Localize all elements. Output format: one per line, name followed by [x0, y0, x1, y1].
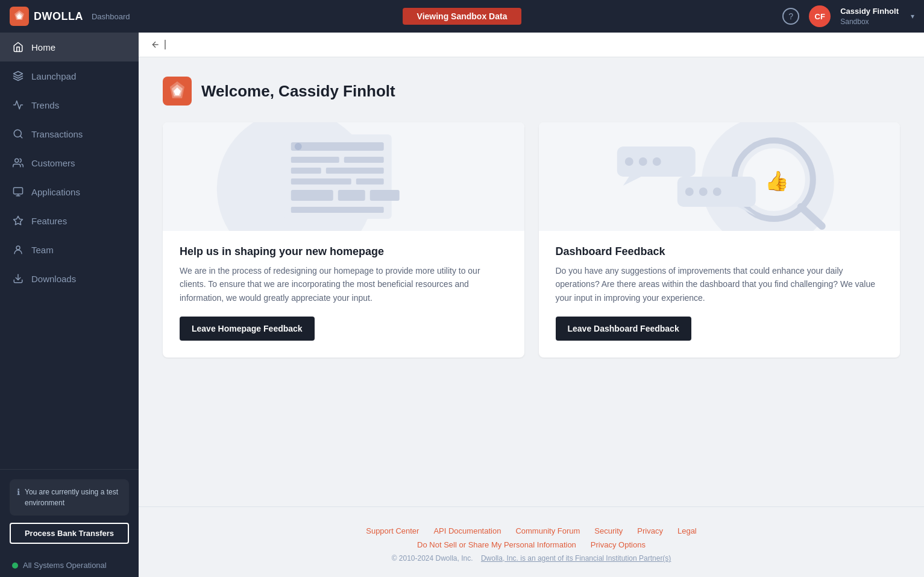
status-dot	[12, 563, 18, 569]
homepage-illustration-svg	[163, 122, 524, 231]
back-button[interactable]	[139, 33, 924, 57]
footer-link-api-documentation[interactable]: API Documentation	[433, 526, 501, 535]
transactions-icon	[12, 128, 24, 140]
svg-point-37	[699, 188, 707, 196]
topbar-right: ? CF Cassidy Finholt Sandbox ▾	[782, 5, 914, 27]
card-dashboard-feedback: 👍 Dashboard Feedback Do you have any sug…	[539, 122, 900, 358]
footer-link-community-forum[interactable]: Community Forum	[515, 526, 580, 535]
svg-rect-24	[338, 190, 365, 201]
svg-rect-19	[291, 168, 321, 174]
svg-rect-21	[291, 178, 351, 184]
sidebar-item-home[interactable]: Home	[0, 33, 139, 61]
sidebar-item-launchpad[interactable]: Launchpad	[0, 61, 139, 90]
trends-icon	[12, 99, 24, 111]
home-icon	[12, 41, 24, 53]
welcome-header: Welcome, Cassidy Finholt	[163, 77, 900, 106]
sidebar-item-applications[interactable]: Applications	[0, 177, 139, 206]
logo-text: DWOLLA	[34, 10, 83, 23]
content-area: Welcome, Cassidy Finholt	[139, 33, 924, 577]
card2-body: Dashboard Feedback Do you have any sugge…	[539, 231, 900, 358]
sidebar-label-launchpad: Launchpad	[31, 71, 76, 81]
user-info[interactable]: Cassidy Finholt Sandbox	[840, 6, 899, 27]
sidebar-label-customers: Customers	[31, 158, 75, 168]
sidebar-item-downloads[interactable]: Downloads	[0, 264, 139, 293]
sidebar-item-features[interactable]: Features	[0, 206, 139, 235]
card2-description: Do you have any suggestions of improveme…	[556, 264, 884, 304]
footer-link-privacy[interactable]: Privacy	[637, 526, 663, 535]
sidebar-bottom: ℹ You are currently using a test environ…	[0, 469, 139, 553]
team-icon	[12, 244, 24, 256]
sidebar-item-customers[interactable]: Customers	[0, 148, 139, 177]
footer-link-support-center[interactable]: Support Center	[366, 526, 419, 535]
main-layout: Home Launchpad Trends Transactions Custo	[0, 33, 924, 577]
card1-body: Help us in shaping your new homepage We …	[163, 231, 524, 358]
svg-rect-17	[291, 157, 339, 163]
svg-marker-7	[14, 216, 23, 225]
svg-point-34	[652, 157, 661, 166]
card2-title: Dashboard Feedback	[556, 245, 884, 258]
svg-rect-26	[291, 207, 384, 213]
sidebar-label-team: Team	[31, 245, 54, 255]
svg-point-36	[685, 188, 693, 196]
user-role: Sandbox	[840, 17, 899, 27]
svg-rect-4	[14, 188, 23, 194]
back-arrow-icon	[151, 40, 160, 49]
sidebar-label-transactions: Transactions	[31, 129, 83, 139]
dwolla-logo[interactable]: DWOLLA	[10, 7, 83, 26]
card-homepage-feedback: Help us in shaping your new homepage We …	[163, 122, 524, 358]
welcome-logo-icon	[163, 77, 192, 106]
svg-rect-23	[291, 190, 333, 201]
sidebar-item-trends[interactable]: Trends	[0, 90, 139, 119]
launchpad-icon	[12, 70, 24, 82]
svg-rect-18	[344, 157, 384, 163]
test-env-box: ℹ You are currently using a test environ…	[10, 479, 129, 516]
avatar: CF	[809, 5, 831, 27]
applications-icon	[12, 186, 24, 198]
process-bank-transfers-button[interactable]: Process Bank Transfers	[10, 523, 129, 544]
svg-rect-20	[326, 168, 384, 174]
footer-link-security[interactable]: Security	[594, 526, 623, 535]
leave-dashboard-feedback-button[interactable]: Leave Dashboard Feedback	[556, 317, 691, 341]
topbar-left: DWOLLA Dashboard	[10, 7, 148, 26]
downloads-icon	[12, 273, 24, 285]
sandbox-banner: Viewing Sandbox Data	[403, 8, 522, 25]
sidebar-item-team[interactable]: Team	[0, 235, 139, 264]
svg-point-32	[624, 157, 633, 166]
main-content: Welcome, Cassidy Finholt	[139, 57, 924, 506]
sidebar: Home Launchpad Trends Transactions Custo	[0, 33, 139, 577]
dashboard-label: Dashboard	[92, 12, 130, 21]
sidebar-label-home: Home	[31, 42, 55, 52]
sidebar-label-applications: Applications	[31, 187, 80, 197]
sidebar-item-transactions[interactable]: Transactions	[0, 119, 139, 148]
svg-point-8	[16, 246, 20, 250]
svg-rect-25	[370, 190, 400, 201]
svg-point-16	[295, 143, 302, 150]
features-icon	[12, 215, 24, 227]
test-env-text: You are currently using a test environme…	[25, 487, 122, 508]
dwolla-logo-icon	[10, 7, 29, 26]
dashboard-illustration-svg: 👍	[539, 122, 900, 231]
footer-copyright: © 2010-2024 Dwolla, Inc. Dwolla, Inc. is…	[163, 554, 900, 563]
svg-point-33	[638, 157, 647, 166]
svg-point-3	[15, 159, 19, 162]
footer-link-do-not-sell[interactable]: Do Not Sell or Share My Personal Informa…	[417, 540, 576, 549]
info-icon: ℹ	[17, 487, 20, 497]
customers-icon	[12, 157, 24, 169]
svg-text:👍: 👍	[764, 169, 788, 192]
footer-link-privacy-options[interactable]: Privacy Options	[591, 540, 646, 549]
leave-homepage-feedback-button[interactable]: Leave Homepage Feedback	[180, 317, 315, 341]
cards-row: Help us in shaping your new homepage We …	[163, 122, 900, 358]
help-icon[interactable]: ?	[782, 8, 799, 25]
footer-link-legal[interactable]: Legal	[677, 526, 697, 535]
svg-rect-15	[291, 142, 384, 151]
sidebar-label-downloads: Downloads	[31, 274, 76, 284]
user-name: Cassidy Finholt	[840, 6, 899, 17]
footer-links-row2: Do Not Sell or Share My Personal Informa…	[163, 540, 900, 549]
footer: Support Center API Documentation Communi…	[139, 506, 924, 577]
svg-point-38	[712, 188, 721, 196]
sidebar-label-trends: Trends	[31, 100, 59, 110]
card1-description: We are in the process of redesigning our…	[180, 264, 508, 304]
footer-links: Support Center API Documentation Communi…	[163, 526, 900, 535]
footer-partner-link[interactable]: Dwolla, Inc. is an agent of its Financia…	[481, 554, 671, 563]
topbar: DWOLLA Dashboard Viewing Sandbox Data ? …	[0, 0, 924, 33]
